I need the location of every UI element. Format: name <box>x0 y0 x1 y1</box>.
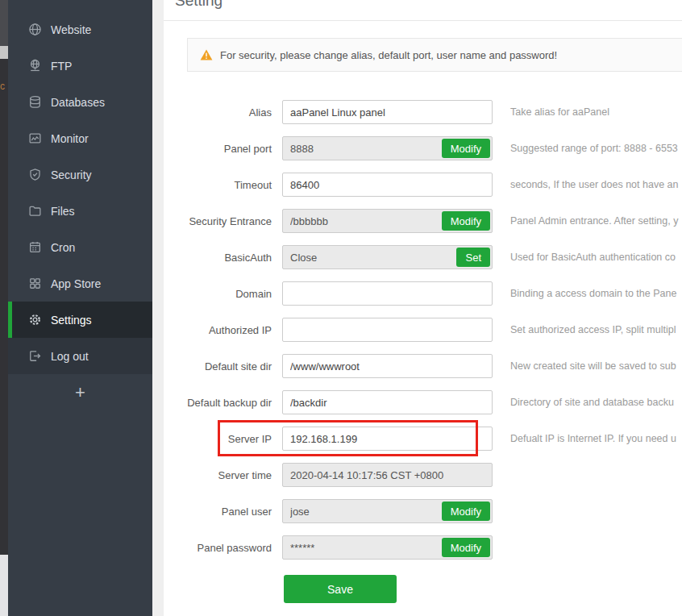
authorized-ip-hint: Set authorized access IP, split multipl <box>510 312 676 348</box>
sidebar-item-website[interactable]: Website <box>8 11 152 48</box>
sidebar-item-label: FTP <box>51 60 72 73</box>
timeout-label: Timeout <box>164 167 272 203</box>
sidebar-item-label: Security <box>51 169 92 181</box>
appstore-grid-icon <box>28 277 42 290</box>
sidebar-expand-button[interactable]: + <box>8 374 152 410</box>
gear-icon <box>28 313 42 327</box>
sidebar-item-label: Cron <box>51 241 75 254</box>
sidebar: Website FTP Databases <box>8 0 152 616</box>
modify-security-entrance-button[interactable]: Modify <box>442 211 490 231</box>
default-site-dir-hint: New created site will be saved to sub <box>510 348 676 385</box>
server-time-input <box>282 463 493 487</box>
form-row-basicauth: BasicAuth Set Used for BasicAuth authent… <box>164 239 682 276</box>
form-row-panel-password: Panel password Modify <box>164 530 682 566</box>
alias-label: Alias <box>164 94 272 131</box>
sidebar-item-label: Settings <box>51 314 92 327</box>
security-entrance-label: Security Entrance <box>164 203 272 239</box>
form-row-authorized-ip: Authorized IP Set authorized access IP, … <box>164 312 682 348</box>
alias-hint: Take alias for aaPanel <box>510 94 609 131</box>
form-row-default-backup-dir: Default backup dir Directory of site and… <box>164 385 682 421</box>
domain-input[interactable] <box>282 281 493 306</box>
server-time-label: Server time <box>164 457 272 493</box>
save-button[interactable]: Save <box>284 575 397 603</box>
background-window-edge-bottom <box>0 555 8 616</box>
panel-user-label: Panel user <box>164 493 272 530</box>
domain-label: Domain <box>164 276 272 312</box>
sidebar-item-label: Files <box>51 205 75 218</box>
panel-port-label: Panel port <box>164 131 272 167</box>
globe-icon <box>28 23 42 36</box>
background-window-edge-patch <box>0 46 8 59</box>
warning-text: For security, please change alias, defau… <box>220 49 557 61</box>
form-row-timeout: Timeout seconds, If the user does not ha… <box>164 167 682 203</box>
set-basicauth-button[interactable]: Set <box>456 248 490 267</box>
timeout-input[interactable] <box>282 173 493 197</box>
basicauth-label: BasicAuth <box>164 239 272 276</box>
form-row-panel-user: Panel user Modify <box>164 493 682 530</box>
sidebar-item-files[interactable]: Files <box>8 193 152 229</box>
modify-panel-password-button[interactable]: Modify <box>442 538 490 557</box>
panel-port-hint: Suggested range of port: 8888 - 6553 <box>510 131 678 167</box>
security-warning-banner: For security, please change alias, defau… <box>187 38 682 72</box>
sidebar-item-logout[interactable]: Log out <box>8 338 152 374</box>
sidebar-item-label: Website <box>51 23 91 36</box>
sidebar-item-settings[interactable]: Settings <box>8 302 152 338</box>
sidebar-item-app-store[interactable]: App Store <box>8 265 152 302</box>
form-row-domain: Domain Binding a access domain to the Pa… <box>164 276 682 312</box>
title-divider <box>164 20 682 21</box>
sidebar-item-security[interactable]: Security <box>8 156 152 193</box>
server-ip-input[interactable] <box>282 427 493 451</box>
authorized-ip-label: Authorized IP <box>164 312 272 348</box>
default-site-dir-label: Default site dir <box>164 348 272 385</box>
shield-icon <box>28 168 42 181</box>
security-entrance-hint: Panel Admin entrance. After setting, y <box>510 203 678 239</box>
sidebar-item-label: Monitor <box>51 132 89 145</box>
form-row-server-time: Server time <box>164 457 682 493</box>
alias-input[interactable] <box>282 100 493 124</box>
sidebar-item-cron[interactable]: Cron <box>8 229 152 265</box>
server-ip-label: Server IP <box>164 421 272 457</box>
folder-icon <box>28 204 42 218</box>
form-row-alias: Alias Take alias for aaPanel <box>164 94 682 131</box>
form-row-server-ip: Server IP Defualt IP is Internet IP. If … <box>164 421 682 457</box>
sidebar-item-databases[interactable]: Databases <box>8 84 152 120</box>
calendar-icon <box>28 240 42 254</box>
authorized-ip-input[interactable] <box>282 318 493 342</box>
background-window-edge: c <box>0 0 8 616</box>
settings-card: Setting For security, please change alia… <box>164 0 682 616</box>
sidebar-item-ftp[interactable]: FTP <box>8 48 152 84</box>
server-ip-hint: Defualt IP is Internet IP. If you need u <box>510 421 676 457</box>
basicauth-hint: Used for BasicAuth authentication co <box>510 239 676 276</box>
background-window-artifact: c <box>0 81 8 92</box>
page-title: Setting <box>175 0 222 11</box>
monitor-icon <box>28 131 42 145</box>
warning-triangle-icon <box>200 49 213 60</box>
panel-password-label: Panel password <box>164 530 272 566</box>
database-icon <box>28 95 42 109</box>
timeout-hint: seconds, If the user does not have an <box>510 167 678 203</box>
sidebar-item-label: App Store <box>51 277 101 290</box>
main-area: Setting For security, please change alia… <box>152 0 682 616</box>
sidebar-item-monitor[interactable]: Monitor <box>8 120 152 156</box>
form-row-default-site-dir: Default site dir New created site will b… <box>164 348 682 385</box>
sidebar-item-label: Log out <box>51 350 89 363</box>
ftp-icon <box>28 59 42 73</box>
logout-icon <box>28 349 42 363</box>
domain-hint: Binding a access domain to the Pane <box>510 276 676 312</box>
default-site-dir-input[interactable] <box>282 354 493 378</box>
sidebar-item-label: Databases <box>51 96 105 109</box>
default-backup-dir-input[interactable] <box>282 390 493 414</box>
default-backup-dir-label: Default backup dir <box>164 385 272 421</box>
modify-panel-user-button[interactable]: Modify <box>442 502 490 521</box>
modify-panel-port-button[interactable]: Modify <box>442 139 490 158</box>
sidebar-nav: Website FTP Databases <box>8 11 152 410</box>
settings-form: Alias Take alias for aaPanel Panel port … <box>164 94 682 566</box>
default-backup-dir-hint: Directory of site and database backu <box>510 385 674 421</box>
form-row-security-entrance: Security Entrance Modify Panel Admin ent… <box>164 203 682 239</box>
form-row-panel-port: Panel port Modify Suggested range of por… <box>164 131 682 167</box>
background-window-edge-top <box>0 0 8 46</box>
